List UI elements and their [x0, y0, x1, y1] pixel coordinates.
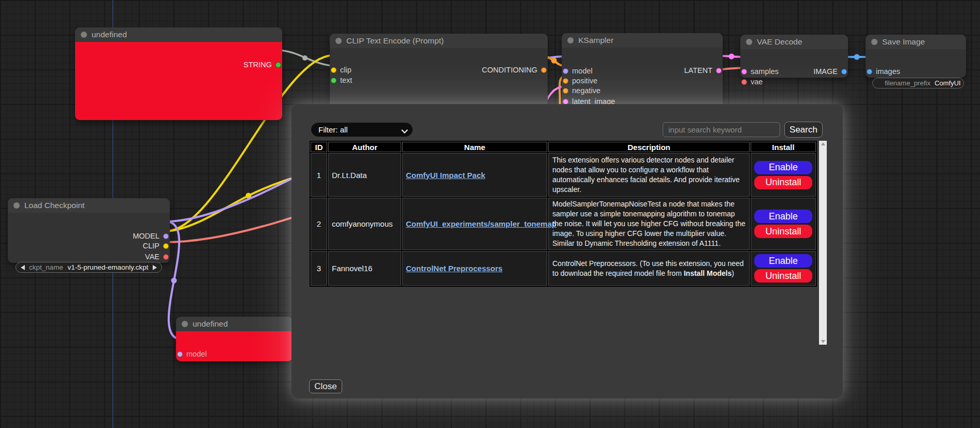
filter-dropdown[interactable]: Filter: all	[311, 123, 413, 137]
close-button[interactable]: Close	[309, 379, 342, 393]
output-label: MODEL	[133, 232, 159, 240]
input-label: model	[186, 350, 207, 358]
node-header[interactable]: Load Checkpoint	[8, 198, 170, 213]
widget-value: v1-5-pruned-emaonly.ckpt	[67, 263, 149, 271]
table-row: 1 Dr.Lt.Data ComfyUI Impact Pack This ex…	[311, 153, 816, 197]
node-collapse-dot[interactable]	[871, 39, 877, 45]
cell-id: 3	[311, 251, 327, 286]
extensions-table: ID Author Name Description Install 1 Dr.…	[310, 141, 817, 345]
node-graph-canvas[interactable]: undefined STRING CLIP Text Encode (Promp…	[0, 0, 980, 428]
widget-value: ComfyUI	[934, 79, 964, 87]
node-collapse-dot[interactable]	[81, 32, 87, 38]
ckpt-name-widget[interactable]: ckpt_name v1-5-pruned-emaonly.ckpt	[16, 262, 162, 273]
node-undefined-bottom[interactable]: undefined model	[176, 317, 292, 361]
increment-arrow-icon[interactable]	[153, 265, 157, 270]
filename-prefix-widget[interactable]: filename_prefix ComfyUI	[872, 78, 964, 88]
input-dot-text[interactable]	[331, 78, 337, 83]
scroll-down-icon[interactable]	[821, 340, 825, 343]
output-dot-string[interactable]	[275, 62, 281, 68]
input-label: samples	[751, 67, 779, 76]
table-row: 2 comfyanonymous ComfyUI_experiments/sam…	[311, 198, 816, 250]
table-row: 3 Fannovel16 ControlNet Preprocessors Co…	[311, 251, 816, 286]
node-load-checkpoint[interactable]: Load Checkpoint MODEL CLIP VAE ckpt_name…	[8, 198, 170, 263]
output-dot-conditioning[interactable]	[541, 67, 547, 73]
node-collapse-dot[interactable]	[746, 39, 752, 45]
node-collapse-dot[interactable]	[13, 202, 20, 209]
node-title: Load Checkpoint	[24, 201, 84, 210]
input-dot-images[interactable]	[867, 69, 872, 75]
output-label: STRING	[243, 61, 272, 69]
output-label: IMAGE	[813, 67, 838, 76]
widget-label: filename_prefix	[877, 79, 930, 87]
node-save-image[interactable]: Save Image images filename_prefix ComfyU…	[866, 35, 966, 78]
node-undefined-top[interactable]: undefined STRING	[75, 27, 282, 120]
node-clip-text-encode[interactable]: CLIP Text Encode (Prompt) clip text COND…	[330, 34, 548, 111]
search-input[interactable]	[663, 122, 780, 137]
search-button[interactable]: Search	[784, 122, 823, 138]
wire-midpoint-dot[interactable]	[171, 278, 177, 284]
cell-id: 2	[311, 198, 327, 250]
scroll-up-icon[interactable]	[821, 142, 825, 145]
input-dot-positive[interactable]	[563, 78, 568, 84]
node-header[interactable]: undefined	[176, 317, 292, 331]
input-dot-model[interactable]	[177, 351, 183, 357]
input-label: vae	[751, 78, 763, 86]
input-dot-latent-image[interactable]	[563, 99, 568, 105]
output-dot-clip[interactable]	[163, 243, 169, 249]
node-collapse-dot[interactable]	[335, 38, 342, 44]
node-header[interactable]: Save Image	[866, 35, 966, 49]
table-scrollbar[interactable]	[819, 141, 827, 345]
input-dot-negative[interactable]	[563, 88, 568, 94]
enable-button[interactable]: Enable	[754, 210, 812, 223]
input-label: text	[340, 76, 352, 84]
output-dot-latent[interactable]	[716, 68, 722, 73]
wire-midpoint-dot[interactable]	[854, 54, 860, 60]
input-label: images	[876, 67, 900, 76]
column-header-id: ID	[311, 142, 327, 152]
input-dot-vae[interactable]	[741, 79, 747, 85]
wire-midpoint-dot[interactable]	[729, 54, 735, 60]
extension-link[interactable]: ComfyUI Impact Pack	[406, 171, 485, 180]
cell-description: ControlNet Preprocessors. (To use this e…	[548, 251, 750, 286]
cell-author: comfyanonymous	[328, 198, 401, 250]
output-label: VAE	[145, 253, 159, 261]
cell-author: Dr.Lt.Data	[328, 153, 401, 197]
input-dot-model[interactable]	[563, 68, 568, 74]
wire-midpoint-dot[interactable]	[551, 58, 557, 64]
node-header[interactable]: KSampler	[562, 33, 723, 48]
cell-author: Fannovel16	[328, 251, 401, 286]
input-dot-samples[interactable]	[741, 69, 747, 75]
output-label: CLIP	[143, 242, 159, 250]
node-collapse-dot[interactable]	[182, 321, 188, 327]
widget-label: ckpt_name	[29, 263, 63, 271]
node-collapse-dot[interactable]	[567, 37, 574, 43]
input-dot-clip[interactable]	[331, 67, 337, 73]
column-header-name: Name	[402, 142, 547, 152]
output-label: CONDITIONING	[482, 66, 537, 74]
uninstall-button[interactable]: Uninstall	[754, 269, 812, 283]
node-title: undefined	[193, 319, 228, 329]
extension-link[interactable]: ComfyUI_experiments/sampler_tonemap	[406, 219, 557, 228]
node-header[interactable]: CLIP Text Encode (Prompt)	[330, 34, 548, 48]
node-vae-decode[interactable]: VAE Decode samples vae IMAGE	[740, 35, 848, 78]
uninstall-button[interactable]: Uninstall	[754, 176, 812, 189]
column-header-author: Author	[328, 142, 401, 152]
output-dot-vae[interactable]	[163, 254, 169, 260]
enable-button[interactable]: Enable	[754, 161, 812, 174]
cell-description: ModelSamplerTonemapNoiseTest a node that…	[548, 198, 750, 250]
input-label: model	[572, 67, 593, 75]
node-header[interactable]: undefined	[75, 27, 282, 42]
node-header[interactable]: VAE Decode	[740, 35, 848, 49]
custom-nodes-manager-dialog: Filter: all Search ID Author Name Descri…	[291, 104, 843, 399]
enable-button[interactable]: Enable	[754, 254, 812, 268]
input-label: positive	[572, 77, 597, 85]
decrement-arrow-icon[interactable]	[21, 265, 25, 270]
output-dot-model[interactable]	[163, 233, 169, 239]
output-dot-image[interactable]	[841, 69, 847, 75]
node-ksampler[interactable]: KSampler model positive negative latent_…	[562, 33, 723, 109]
extension-link[interactable]: ControlNet Preprocessors	[406, 264, 503, 273]
uninstall-button[interactable]: Uninstall	[754, 225, 812, 238]
wire-midpoint-dot[interactable]	[302, 55, 308, 61]
column-header-install: Install	[751, 142, 816, 152]
node-title: Save Image	[882, 37, 925, 47]
